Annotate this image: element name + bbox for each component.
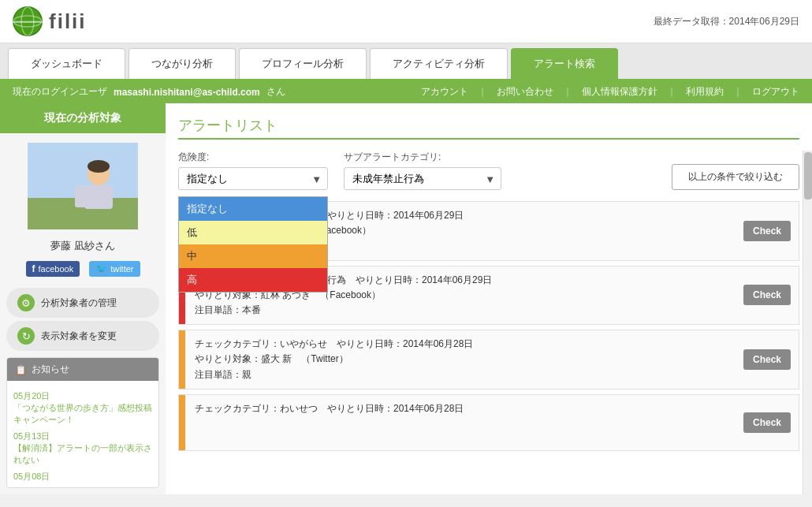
twitter-icon: 🐦 — [95, 263, 107, 274]
check-button[interactable]: Check — [743, 221, 791, 241]
dropdown-item-mid[interactable]: 中 — [179, 244, 327, 268]
link-privacy[interactable]: 個人情報保護方針 — [582, 85, 657, 99]
notice-header-label: お知らせ — [32, 363, 69, 376]
gear-icon: ⚙ — [17, 294, 35, 311]
link-terms[interactable]: 利用規約 — [686, 85, 724, 99]
facebook-icon: f — [32, 263, 35, 274]
link-logout[interactable]: ログアウト — [752, 85, 799, 99]
alert-line3: 注目単語：親 — [195, 367, 726, 382]
sidebar-header: 現在の分析対象 — [0, 103, 166, 133]
manage-targets-label: 分析対象者の管理 — [41, 296, 117, 310]
filter-button[interactable]: 以上の条件で絞り込む — [672, 164, 799, 190]
alert-check-wrap: Check — [736, 202, 799, 260]
content-area: アラートリスト 危険度: 指定なし 低 中 高 ▼ 指定なし 低 — [166, 103, 812, 494]
svg-point-9 — [88, 160, 110, 173]
alert-check-wrap: Check — [736, 267, 799, 325]
notice-header: 📋 お知らせ — [7, 358, 158, 381]
alert-bar-orange — [179, 395, 185, 450]
sub-label: サブアラートカテゴリ: — [344, 151, 501, 164]
alert-line1: チェックカテゴリ：いやがらせ やりとり日時：2014年06月28日 — [195, 337, 726, 352]
notice-box: 📋 お知らせ 05月20日 「つながる世界の歩き方」感想投稿キャンペーン！ 05… — [6, 357, 159, 488]
link-account[interactable]: アカウント — [421, 85, 468, 99]
check-button[interactable]: Check — [743, 285, 791, 305]
alert-line2: やりとり対象：盛大 新 （Twitter） — [195, 352, 726, 367]
alert-content: チェックカテゴリ：わいせつ やりとり日時：2014年06月28日 — [185, 395, 736, 450]
user-bar-prefix: 現在のログインユーザ — [13, 85, 107, 99]
notice-body: 05月20日 「つながる世界の歩き方」感想投稿キャンペーン！ 05月13日 【解… — [7, 381, 158, 487]
alert-item: チェックカテゴリ：いやがらせ やりとり日時：2014年06月28日 やりとり対象… — [178, 330, 799, 390]
page-title: アラートリスト — [178, 116, 799, 140]
sub-filter-group: サブアラートカテゴリ: 未成年禁止行為 ▼ — [344, 151, 501, 190]
header: filii 最終データ取得：2014年06月29日 — [0, 0, 812, 43]
nav-tabs: ダッシュボード つながり分析 プロフィール分析 アクティビティ分析 アラート検索 — [0, 43, 812, 80]
twitter-label: twitter — [110, 264, 133, 274]
user-bar: 現在のログインユーザ masashi.nishitani@as-child.co… — [0, 80, 812, 103]
sub-select[interactable]: 未成年禁止行為 — [344, 167, 501, 190]
last-data-label: 最終データ取得：2014年06月29日 — [654, 15, 799, 28]
tab-alert[interactable]: アラート検索 — [511, 48, 618, 79]
notice-date-2: 05月13日 — [13, 431, 152, 442]
user-email: masashi.nishitani@as-child.com — [114, 87, 260, 98]
alert-line3: 注目単語：本番 — [195, 303, 726, 318]
notice-date-1: 05月20日 — [13, 390, 152, 402]
tab-dashboard[interactable]: ダッシュボード — [8, 48, 125, 79]
facebook-button[interactable]: f facebook — [26, 261, 80, 277]
alert-bar-orange — [179, 330, 185, 389]
main-layout: 現在の分析対象 夢藤 凪紗さん f facebook 🐦 — [0, 103, 812, 494]
scrollbar-thumb[interactable] — [804, 152, 812, 199]
notice-link-2[interactable]: 【解消済】アラートの一部が表示されない — [13, 443, 152, 464]
dropdown-item-low[interactable]: 低 — [179, 221, 327, 244]
alert-item: チェックカテゴリ：わいせつ やりとり日時：2014年06月28日 Check — [178, 394, 799, 451]
sub-select-wrap: 未成年禁止行為 ▼ — [344, 167, 501, 190]
sidebar-social: f facebook 🐦 twitter — [0, 261, 166, 277]
tab-activity[interactable]: アクティビティ分析 — [370, 48, 508, 79]
check-button[interactable]: Check — [743, 412, 791, 433]
risk-select-wrap: 指定なし 低 中 高 ▼ — [178, 167, 328, 190]
notice-link-1[interactable]: 「つながる世界の歩き方」感想投稿キャンペーン！ — [13, 403, 152, 424]
tab-profile[interactable]: プロフィール分析 — [239, 48, 367, 79]
alert-content: チェックカテゴリ：いやがらせ やりとり日時：2014年06月28日 やりとり対象… — [185, 330, 736, 389]
svg-point-0 — [13, 7, 42, 35]
facebook-label: facebook — [39, 264, 74, 274]
alert-line1: チェックカテゴリ：わいせつ やりとり日時：2014年06月28日 — [195, 401, 726, 416]
svg-rect-8 — [75, 185, 86, 207]
svg-rect-7 — [84, 185, 113, 209]
logo-text: filii — [49, 9, 87, 34]
twitter-button[interactable]: 🐦 twitter — [89, 261, 140, 277]
risk-label: 危険度: — [178, 151, 328, 164]
alert-check-wrap: Check — [736, 395, 799, 450]
notice-icon: 📋 — [15, 364, 27, 375]
risk-dropdown: 指定なし 低 中 高 — [178, 196, 328, 293]
dropdown-item-none[interactable]: 指定なし — [179, 197, 327, 221]
refresh-icon: ↻ — [17, 327, 35, 345]
logo: filii — [13, 6, 87, 36]
check-button[interactable]: Check — [743, 349, 791, 370]
user-bar-suffix: さん — [266, 85, 285, 99]
change-target-label: 表示対象者を変更 — [41, 330, 117, 343]
dropdown-item-high[interactable]: 高 — [179, 268, 327, 292]
manage-targets-button[interactable]: ⚙ 分析対象者の管理 — [6, 288, 159, 318]
sidebar: 現在の分析対象 夢藤 凪紗さん f facebook 🐦 — [0, 103, 166, 494]
change-target-button[interactable]: ↻ 表示対象者を変更 — [6, 321, 159, 351]
logo-globe-icon — [13, 6, 43, 36]
tab-connections[interactable]: つながり分析 — [129, 48, 236, 79]
alert-check-wrap: Check — [736, 330, 799, 389]
avatar — [28, 143, 138, 229]
sidebar-user-name: 夢藤 凪紗さん — [0, 239, 166, 253]
filter-row: 危険度: 指定なし 低 中 高 ▼ 指定なし 低 中 高 — [178, 151, 799, 190]
risk-filter-group: 危険度: 指定なし 低 中 高 ▼ 指定なし 低 中 高 — [178, 151, 328, 190]
risk-select[interactable]: 指定なし 低 中 高 — [178, 167, 328, 190]
notice-date-3: 05月08日 — [13, 471, 152, 483]
link-contact[interactable]: お問い合わせ — [497, 85, 553, 99]
scrollbar[interactable] — [803, 151, 812, 494]
